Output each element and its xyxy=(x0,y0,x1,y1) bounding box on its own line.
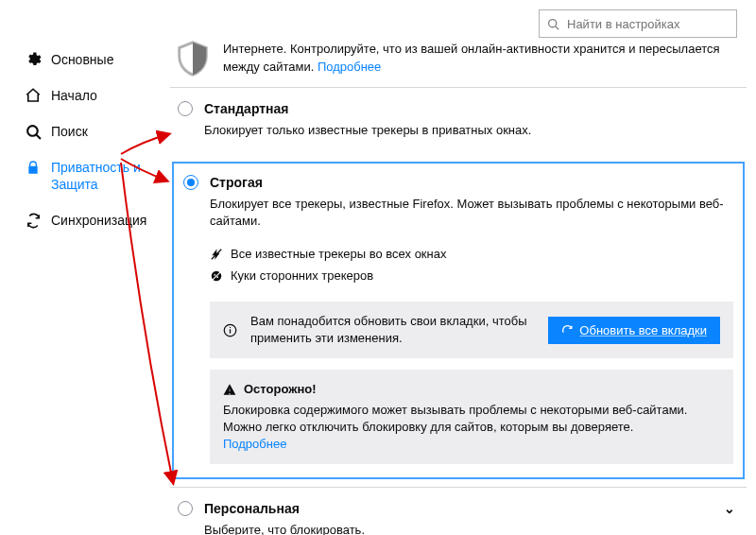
option-title: Стандартная xyxy=(204,101,289,116)
svg-point-11 xyxy=(230,326,231,327)
svg-point-0 xyxy=(549,19,557,26)
option-desc: Выберите, что блокировать. xyxy=(204,522,739,535)
reload-icon xyxy=(561,324,574,337)
radio-standard[interactable] xyxy=(178,101,193,116)
intro-text: Интернете. Контролируйте, что из вашей о… xyxy=(223,40,728,78)
option-desc: Блокирует все трекеры, известные Firefox… xyxy=(210,196,733,230)
svg-point-2 xyxy=(27,126,38,136)
warning-body: Блокировка содержимого может вызывать пр… xyxy=(223,403,687,434)
sidebar-item-sync[interactable]: Синхронизация xyxy=(17,206,161,234)
feature-third-party-cookies: Куки сторонних трекеров xyxy=(210,265,733,286)
option-custom[interactable]: ⌄ Персональная Выберите, что блокировать… xyxy=(170,487,747,535)
warning-icon xyxy=(223,383,236,396)
intro-block: Интернете. Контролируйте, что из вашей о… xyxy=(170,40,747,87)
sidebar-item-label: Поиск xyxy=(51,123,153,140)
option-standard[interactable]: Стандартная Блокирует только известные т… xyxy=(170,87,747,154)
search-icon xyxy=(547,18,559,30)
svg-line-1 xyxy=(556,26,558,28)
gear-icon xyxy=(25,51,42,68)
content-area: Интернете. Контролируйте, что из вашей о… xyxy=(170,40,747,535)
sidebar-item-label: Синхронизация xyxy=(51,212,153,229)
svg-point-6 xyxy=(214,273,215,275)
svg-line-3 xyxy=(36,134,40,138)
strict-features: Все известные трекеры во всех окнах Куки… xyxy=(210,243,733,286)
expand-icon[interactable]: ⌄ xyxy=(724,501,735,516)
radio-strict[interactable] xyxy=(183,175,198,190)
sidebar-item-label: Основные xyxy=(51,51,153,68)
shield-icon xyxy=(176,40,210,78)
radio-custom[interactable] xyxy=(178,501,193,516)
home-icon xyxy=(25,87,42,104)
info-icon xyxy=(223,323,237,337)
option-title: Строгая xyxy=(210,175,263,190)
feature-all-trackers: Все известные трекеры во всех окнах xyxy=(210,243,733,265)
strict-warning: Осторожно! Блокировка содержимого может … xyxy=(210,370,733,464)
option-desc: Блокирует только известные трекеры в при… xyxy=(204,122,739,139)
sidebar-item-home[interactable]: Начало xyxy=(17,81,161,110)
reload-tabs-button[interactable]: Обновить все вкладки xyxy=(548,317,720,344)
sidebar-item-label: Начало xyxy=(51,87,153,104)
settings-sidebar: Основные Начало Поиск Приватность и Защи… xyxy=(0,45,161,242)
search-box[interactable] xyxy=(539,9,737,38)
warning-learn-more-link[interactable]: Подробнее xyxy=(223,437,286,451)
sidebar-item-label: Приватность и Защита xyxy=(51,159,153,193)
intro-learn-more-link[interactable]: Подробнее xyxy=(318,60,381,74)
reload-notice-text: Вам понадобится обновить свои вкладки, ч… xyxy=(250,313,535,347)
sidebar-item-general[interactable]: Основные xyxy=(17,45,161,74)
search-icon xyxy=(25,123,42,140)
option-title: Персональная xyxy=(204,501,300,516)
flash-icon xyxy=(210,248,223,261)
sidebar-item-search[interactable]: Поиск xyxy=(17,117,161,146)
warning-title: Осторожно! xyxy=(244,381,317,398)
reload-notice: Вам понадобится обновить свои вкладки, ч… xyxy=(210,302,733,358)
sync-icon xyxy=(25,212,42,229)
lock-icon xyxy=(25,159,42,176)
option-strict[interactable]: Строгая Блокирует все трекеры, известные… xyxy=(172,162,745,479)
svg-point-7 xyxy=(216,276,218,278)
search-input[interactable] xyxy=(565,16,729,32)
cookie-icon xyxy=(210,269,223,283)
sidebar-item-privacy[interactable]: Приватность и Защита xyxy=(17,153,161,198)
